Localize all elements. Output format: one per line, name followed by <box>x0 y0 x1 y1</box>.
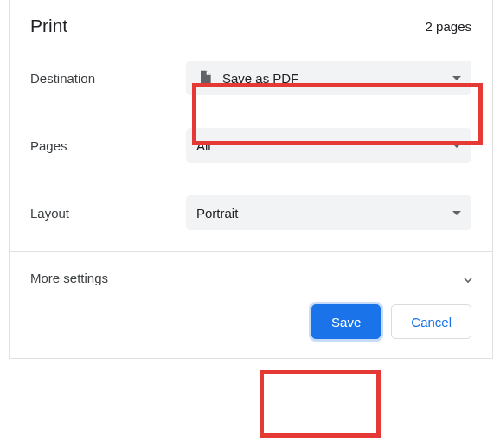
layout-dropdown[interactable]: Portrait <box>186 195 471 230</box>
caret-down-icon <box>452 144 461 148</box>
layout-value: Portrait <box>196 206 452 221</box>
chevron-down-icon <box>461 273 471 284</box>
row-layout: Layout Portrait <box>30 195 471 230</box>
pages-dropdown[interactable]: All <box>186 128 471 163</box>
caret-down-icon <box>452 211 461 215</box>
label-pages: Pages <box>30 138 186 153</box>
file-icon <box>196 69 214 86</box>
label-layout: Layout <box>30 206 186 221</box>
cancel-button[interactable]: Cancel <box>391 304 471 339</box>
print-panel: Print 2 pages Destination Save as PDF Pa… <box>9 0 493 359</box>
save-button[interactable]: Save <box>311 304 381 339</box>
row-pages: Pages All <box>30 128 471 163</box>
row-destination: Destination Save as PDF <box>30 61 471 95</box>
page-title: Print <box>30 16 67 36</box>
settings-section: Print 2 pages Destination Save as PDF Pa… <box>10 0 492 251</box>
destination-dropdown[interactable]: Save as PDF <box>186 61 471 95</box>
destination-value: Save as PDF <box>222 71 452 86</box>
label-destination: Destination <box>30 71 186 86</box>
pages-value: All <box>196 138 452 153</box>
more-settings-label: More settings <box>30 271 108 285</box>
footer: Save Cancel <box>10 304 492 358</box>
caret-down-icon <box>452 76 461 80</box>
header: Print 2 pages <box>30 16 471 36</box>
page-count: 2 pages <box>426 19 471 34</box>
annotation-highlight-save <box>260 370 381 438</box>
more-settings-toggle[interactable]: More settings <box>10 252 492 304</box>
